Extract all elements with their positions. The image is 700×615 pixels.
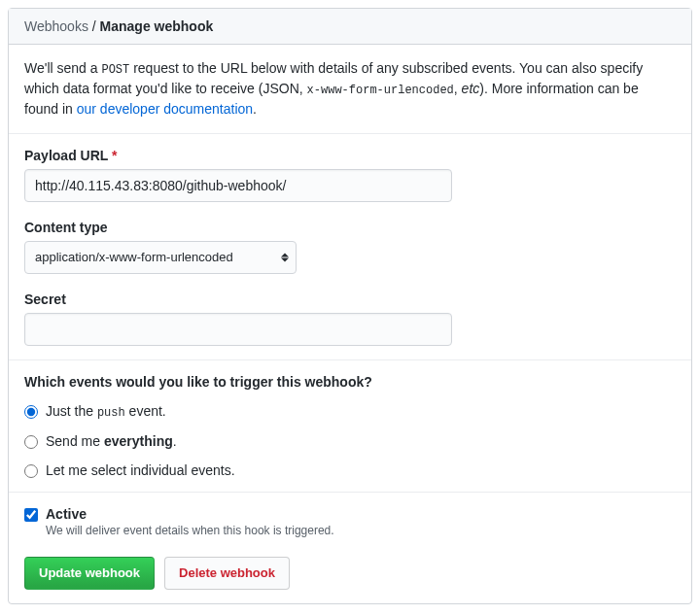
content-type-group: Content type application/x-www-form-urle… <box>24 220 676 274</box>
secret-label: Secret <box>24 291 676 307</box>
event-option-push: Just the push event. <box>24 403 676 420</box>
post-code: POST <box>101 63 129 77</box>
active-checkbox[interactable] <box>24 508 38 522</box>
breadcrumb: Webhooks / Manage webhook <box>9 9 691 45</box>
content-type-label: Content type <box>24 220 676 235</box>
secret-group: Secret <box>24 291 676 346</box>
event-radio-push[interactable] <box>24 405 38 419</box>
urlencoded-code: x-www-form-urlencoded <box>307 84 454 97</box>
secret-input[interactable] <box>24 313 452 346</box>
payload-url-label: Payload URL * <box>24 148 676 163</box>
breadcrumb-current: Manage webhook <box>100 18 214 34</box>
event-option-individual: Let me select individual events. <box>24 462 676 478</box>
breadcrumb-separator: / <box>88 18 100 34</box>
update-webhook-button[interactable]: Update webhook <box>24 557 155 590</box>
required-mark: * <box>112 148 117 163</box>
content-type-select-wrap: application/x-www-form-urlencoded <box>24 241 297 274</box>
active-row: Active We will deliver event details whe… <box>24 506 676 537</box>
intro-section: We'll send a POST request to the URL bel… <box>9 45 691 134</box>
form-section: Payload URL * Content type application/x… <box>9 134 691 360</box>
event-label-push[interactable]: Just the push event. <box>46 403 166 420</box>
event-radio-everything[interactable] <box>24 435 38 449</box>
actions-row: Update webhook Delete webhook <box>24 551 676 590</box>
payload-url-group: Payload URL * <box>24 148 676 202</box>
payload-url-input[interactable] <box>24 169 452 202</box>
event-label-individual[interactable]: Let me select individual events. <box>46 462 235 478</box>
docs-link[interactable]: our developer documentation <box>77 101 253 117</box>
webhook-settings-panel: Webhooks / Manage webhook We'll send a P… <box>8 8 692 604</box>
event-option-everything: Send me everything. <box>24 433 676 449</box>
content-type-select[interactable]: application/x-www-form-urlencoded <box>24 241 297 274</box>
active-description: We will deliver event details when this … <box>46 524 334 537</box>
intro-text: We'll send a POST request to the URL bel… <box>24 58 676 120</box>
breadcrumb-root-link[interactable]: Webhooks <box>24 18 88 34</box>
events-heading: Which events would you like to trigger t… <box>24 374 676 390</box>
active-section: Active We will deliver event details whe… <box>9 493 691 603</box>
events-section: Which events would you like to trigger t… <box>9 360 691 493</box>
active-label[interactable]: Active <box>46 506 87 522</box>
delete-webhook-button[interactable]: Delete webhook <box>164 557 290 590</box>
event-radio-individual[interactable] <box>24 464 38 478</box>
event-label-everything[interactable]: Send me everything. <box>46 433 177 449</box>
